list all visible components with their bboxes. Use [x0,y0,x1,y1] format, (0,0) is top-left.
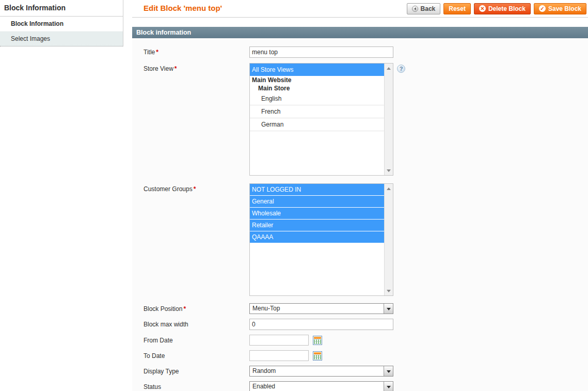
store-view-scrollbar[interactable] [384,64,393,175]
page-header: Edit Block 'menu top' Back Reset ✕ Delet… [132,0,588,18]
store-view-field-row: Store View* All Store Views Main Website… [144,63,588,176]
option-retailer[interactable]: Retailer [250,220,384,231]
sidebar: Block Information Block Information Sele… [0,0,123,46]
customer-groups-select[interactable]: NOT LOGGED IN General Wholesale Retailer… [249,183,393,296]
help-icon[interactable]: ? [397,65,405,73]
dropdown-arrow-icon[interactable] [384,382,393,391]
required-marker: * [194,185,196,193]
delete-block-button[interactable]: ✕ Delete Block [474,3,531,14]
dropdown-arrow-icon[interactable] [384,304,393,314]
to-date-input[interactable] [249,350,309,361]
display-type-select[interactable]: Random [249,366,393,377]
to-date-calendar-icon[interactable] [313,351,322,361]
customer-groups-label: Customer Groups* [144,183,249,193]
block-position-label: Block Position* [144,303,249,312]
required-marker: * [156,49,158,56]
sidebar-item-select-images[interactable]: Select Images [0,31,123,46]
option-german[interactable]: German [250,118,384,131]
scroll-down-icon[interactable] [385,287,393,295]
block-information-fieldset: Block information Title* Store View* [132,27,588,391]
block-max-width-field-row: Block max width [144,319,588,330]
scroll-up-icon[interactable] [385,184,393,193]
store-view-label: Store View* [144,63,249,72]
sidebar-item-label: Block Information [11,20,63,27]
status-value: Enabled [250,382,384,391]
status-field-row: Status Enabled [144,381,588,391]
block-position-field-row: Block Position* Menu-Top [144,303,588,314]
display-type-field-row: Display Type Random [144,366,588,377]
from-date-input[interactable] [249,335,309,346]
sidebar-item-block-information[interactable]: Block Information [0,17,123,31]
display-type-value: Random [250,366,384,376]
required-marker: * [174,65,177,72]
from-date-label: From Date [144,335,249,344]
back-button[interactable]: Back [407,3,441,14]
from-date-field-row: From Date [144,335,588,346]
required-marker: * [183,305,186,312]
status-select[interactable]: Enabled [249,381,393,391]
to-date-label: To Date [144,350,249,359]
fieldset-body: Title* Store View* All Store Views Main … [132,38,588,391]
fieldset-header: Block information [132,27,588,38]
back-arrow-icon [412,6,418,12]
block-max-width-label: Block max width [144,319,249,328]
option-qaaaa[interactable]: QAAAA [250,231,384,243]
from-date-calendar-icon[interactable] [313,336,322,345]
block-position-select[interactable]: Menu-Top [249,303,393,314]
status-label: Status [144,381,249,390]
to-date-field-row: To Date [144,350,588,361]
reset-button-label: Reset [449,5,466,12]
sidebar-heading: Block Information [0,0,123,17]
save-block-button[interactable]: ✓ Save Block [534,3,586,14]
store-view-select[interactable]: All Store Views Main Website Main Store … [249,63,393,176]
block-max-width-input[interactable] [249,319,393,330]
action-buttons: Back Reset ✕ Delete Block ✓ Save Block [407,3,586,14]
main-content: Edit Block 'menu top' Back Reset ✕ Delet… [132,0,588,391]
display-type-label: Display Type [144,366,249,375]
sidebar-item-label: Select Images [11,35,50,42]
option-main-website[interactable]: Main Website [250,76,384,84]
title-field-row: Title* [144,46,588,58]
customer-groups-field-row: Customer Groups* NOT LOGGED IN General W… [144,183,588,296]
delete-circle-icon: ✕ [479,5,486,12]
page-title: Edit Block 'menu top' [144,3,222,12]
option-main-store[interactable]: Main Store [250,84,384,92]
title-label: Title* [144,46,249,56]
option-english[interactable]: English [250,92,384,105]
save-check-icon: ✓ [539,5,546,12]
option-not-logged-in[interactable]: NOT LOGGED IN [250,184,384,196]
block-position-value: Menu-Top [250,304,384,314]
save-button-label: Save Block [548,5,581,12]
option-wholesale[interactable]: Wholesale [250,208,384,220]
title-input[interactable] [249,46,393,58]
option-general[interactable]: General [250,196,384,208]
store-view-options: All Store Views Main Website Main Store … [250,64,384,175]
scroll-down-icon[interactable] [385,166,393,175]
delete-button-label: Delete Block [488,5,526,12]
customer-groups-options: NOT LOGGED IN General Wholesale Retailer… [250,184,384,295]
sidebar-tabs: Block Information Select Images [0,17,123,46]
back-button-label: Back [421,5,436,12]
reset-button[interactable]: Reset [443,3,471,14]
customer-groups-scrollbar[interactable] [384,184,393,295]
scroll-up-icon[interactable] [385,64,393,72]
option-all-store-views[interactable]: All Store Views [250,64,384,76]
dropdown-arrow-icon[interactable] [384,366,393,376]
option-french[interactable]: French [250,105,384,118]
